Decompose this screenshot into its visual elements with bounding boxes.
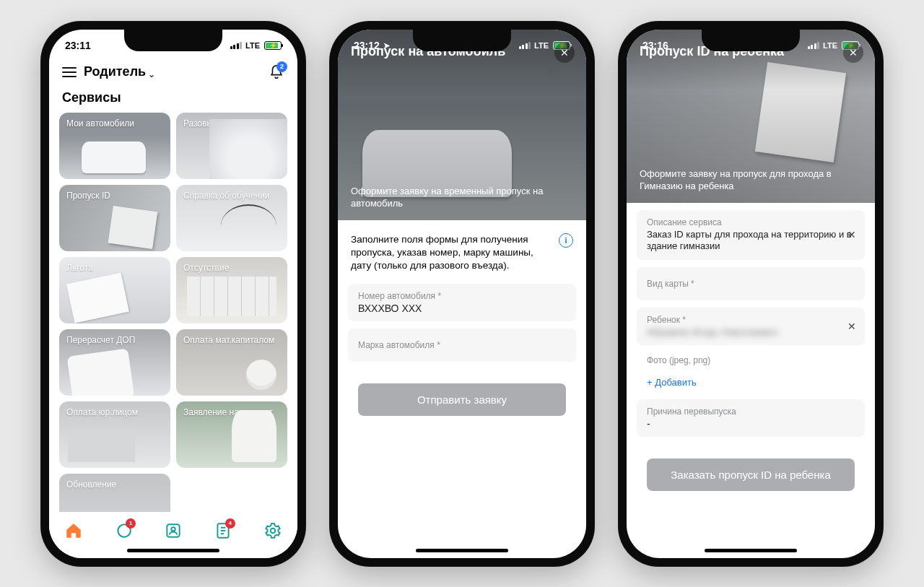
svg-point-3	[270, 528, 275, 533]
section-title: Сервисы	[49, 83, 297, 113]
tile-single-pass[interactable]: Разовый пропуск	[176, 113, 287, 179]
svg-point-1	[171, 527, 175, 531]
modal-subtitle: Оформите заявку на пропуск для прохода в…	[640, 168, 862, 193]
photo-section: Фото (jpeg, png)	[637, 352, 865, 373]
field-description: Описание сервиса Заказ ID карты для прох…	[637, 210, 865, 261]
tab-docs[interactable]: 4	[214, 521, 232, 540]
form-info-text: Заполните поля формы для получения пропу…	[351, 233, 552, 273]
battery-icon: ⚡	[264, 41, 282, 50]
field-child[interactable]: Ребенок * Абрамов Игорь Николаевич ✕	[637, 308, 865, 345]
submit-button[interactable]: Заказать пропуск ID на ребенка	[647, 458, 855, 491]
tab-profile[interactable]	[164, 521, 183, 540]
home-indicator[interactable]	[127, 549, 219, 552]
services-grid: Мои автомобили Разовый пропуск Пропуск I…	[49, 113, 297, 512]
field-card-type[interactable]: Вид карты *	[637, 267, 865, 300]
tile-my-cars[interactable]: Мои автомобили	[59, 113, 170, 179]
tile-legal-pay[interactable]: Оплата юр.лицом	[59, 401, 170, 468]
chevron-down-icon: ⌄	[146, 69, 155, 79]
clear-icon[interactable]: ✕	[847, 229, 856, 240]
field-car-brand[interactable]: Марка автомобиля *	[348, 329, 576, 362]
tab-docs-badge: 4	[225, 518, 235, 529]
home-indicator[interactable]	[705, 549, 797, 552]
tile-matcap[interactable]: Оплата мат.капиталом	[176, 329, 287, 396]
tile-distance[interactable]: Заявление на дистант	[176, 401, 287, 468]
tile-study-cert[interactable]: Справка об обучении	[176, 185, 287, 251]
tile-recalc[interactable]: Перерасчет ДОП	[59, 329, 170, 396]
role-selector[interactable]: Родитель ⌄	[84, 64, 155, 79]
notifications-badge: 2	[276, 61, 287, 72]
add-photo-link[interactable]: + Добавить	[637, 377, 865, 399]
network-label: LTE	[245, 41, 260, 50]
modal-subtitle: Оформите заявку на временный пропуск на …	[351, 186, 573, 210]
close-button[interactable]: ✕	[843, 43, 863, 63]
tile-benefit[interactable]: Льгота	[59, 257, 170, 323]
notifications-button[interactable]: 2	[269, 64, 284, 80]
submit-button[interactable]: Отправить заявку	[358, 383, 566, 416]
tile-absence[interactable]: Отсутствие	[176, 257, 287, 323]
status-time: 23:11	[65, 40, 91, 51]
tile-pass-id[interactable]: Пропуск ID	[59, 185, 170, 251]
tab-chat[interactable]: 1	[114, 521, 133, 540]
home-indicator[interactable]	[416, 549, 508, 552]
menu-icon[interactable]	[62, 67, 77, 77]
clear-icon[interactable]: ✕	[847, 321, 856, 332]
signal-icon	[230, 42, 243, 49]
field-car-plate[interactable]: Номер автомобиля * ВХХХВО ХХХ	[348, 284, 576, 321]
close-button[interactable]: ✕	[554, 43, 575, 63]
tab-settings[interactable]	[263, 521, 282, 540]
tile-update[interactable]: Обновление	[59, 474, 170, 512]
tab-chat-badge: 1	[126, 518, 136, 529]
field-reason[interactable]: Причина перевыпуска -	[637, 399, 865, 437]
info-icon[interactable]: i	[559, 233, 573, 248]
tab-home[interactable]	[64, 521, 83, 540]
